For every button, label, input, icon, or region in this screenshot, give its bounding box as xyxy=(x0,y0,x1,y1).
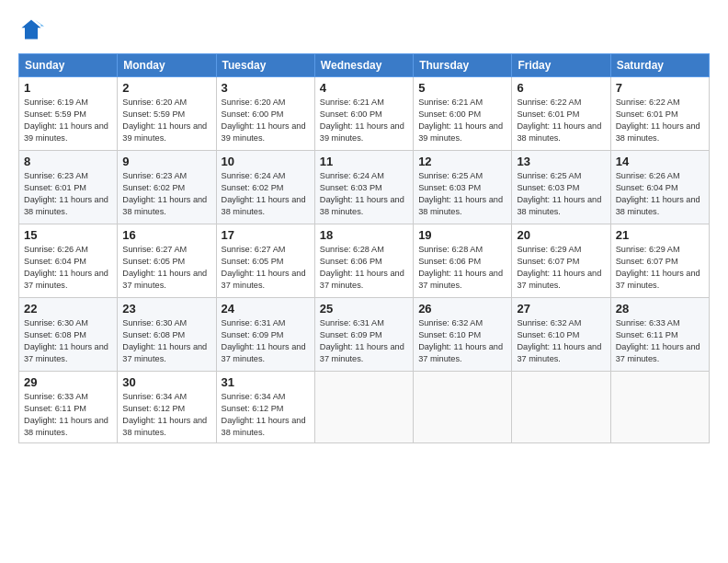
day-info: Sunrise: 6:32 AMSunset: 6:10 PMDaylight:… xyxy=(418,318,503,363)
day-number: 27 xyxy=(517,302,605,316)
day-number: 19 xyxy=(418,228,506,242)
day-number: 22 xyxy=(24,302,112,316)
calendar-header-sunday: Sunday xyxy=(19,54,118,77)
day-number: 9 xyxy=(122,155,210,168)
day-info: Sunrise: 6:31 AMSunset: 6:09 PMDaylight:… xyxy=(320,318,404,363)
day-info: Sunrise: 6:23 AMSunset: 6:02 PMDaylight:… xyxy=(122,171,207,216)
page: SundayMondayTuesdayWednesdayThursdayFrid… xyxy=(0,0,728,563)
calendar-cell: 26 Sunrise: 6:32 AMSunset: 6:10 PMDaylig… xyxy=(414,298,512,372)
day-info: Sunrise: 6:33 AMSunset: 6:11 PMDaylight:… xyxy=(24,392,108,437)
day-info: Sunrise: 6:30 AMSunset: 6:08 PMDaylight:… xyxy=(24,318,108,363)
day-info: Sunrise: 6:31 AMSunset: 6:09 PMDaylight:… xyxy=(222,318,306,363)
calendar-header-monday: Monday xyxy=(118,54,216,77)
day-info: Sunrise: 6:21 AMSunset: 6:00 PMDaylight:… xyxy=(320,98,404,143)
day-info: Sunrise: 6:26 AMSunset: 6:04 PMDaylight:… xyxy=(616,171,700,216)
calendar-header-row: SundayMondayTuesdayWednesdayThursdayFrid… xyxy=(19,54,710,77)
calendar-cell: 18 Sunrise: 6:28 AMSunset: 6:06 PMDaylig… xyxy=(314,224,413,298)
day-number: 14 xyxy=(616,155,704,168)
day-number: 28 xyxy=(616,302,704,316)
day-info: Sunrise: 6:23 AMSunset: 6:01 PMDaylight:… xyxy=(24,171,108,216)
day-number: 7 xyxy=(616,81,704,95)
day-info: Sunrise: 6:22 AMSunset: 6:01 PMDaylight:… xyxy=(517,98,601,143)
calendar-cell: 4 Sunrise: 6:21 AMSunset: 6:00 PMDayligh… xyxy=(314,77,413,151)
day-number: 26 xyxy=(418,302,506,316)
day-number: 29 xyxy=(24,375,112,389)
day-info: Sunrise: 6:34 AMSunset: 6:12 PMDaylight:… xyxy=(122,392,207,437)
day-info: Sunrise: 6:28 AMSunset: 6:06 PMDaylight:… xyxy=(320,245,404,290)
day-number: 6 xyxy=(517,81,605,95)
day-info: Sunrise: 6:28 AMSunset: 6:06 PMDaylight:… xyxy=(418,245,503,290)
calendar-cell: 14 Sunrise: 6:26 AMSunset: 6:04 PMDaylig… xyxy=(610,151,709,224)
calendar-cell: 28 Sunrise: 6:33 AMSunset: 6:11 PMDaylig… xyxy=(610,298,709,372)
day-number: 11 xyxy=(320,155,408,168)
calendar-header-saturday: Saturday xyxy=(610,54,709,77)
calendar-cell: 6 Sunrise: 6:22 AMSunset: 6:01 PMDayligh… xyxy=(512,77,610,151)
calendar-cell xyxy=(414,372,512,443)
day-number: 31 xyxy=(222,375,310,389)
svg-marker-0 xyxy=(22,20,41,40)
day-info: Sunrise: 6:29 AMSunset: 6:07 PMDaylight:… xyxy=(616,245,700,290)
day-number: 10 xyxy=(222,155,310,168)
day-number: 30 xyxy=(122,375,210,389)
day-info: Sunrise: 6:19 AMSunset: 5:59 PMDaylight:… xyxy=(24,98,108,143)
calendar-header-wednesday: Wednesday xyxy=(314,54,413,77)
logo xyxy=(18,17,48,42)
calendar-cell: 15 Sunrise: 6:26 AMSunset: 6:04 PMDaylig… xyxy=(19,224,118,298)
calendar-cell: 24 Sunrise: 6:31 AMSunset: 6:09 PMDaylig… xyxy=(216,298,314,372)
calendar-cell: 7 Sunrise: 6:22 AMSunset: 6:01 PMDayligh… xyxy=(610,77,709,151)
calendar-cell: 17 Sunrise: 6:27 AMSunset: 6:05 PMDaylig… xyxy=(216,224,314,298)
day-number: 23 xyxy=(122,302,210,316)
calendar-cell: 31 Sunrise: 6:34 AMSunset: 6:12 PMDaylig… xyxy=(216,372,314,443)
day-number: 21 xyxy=(616,228,704,242)
calendar-cell: 3 Sunrise: 6:20 AMSunset: 6:00 PMDayligh… xyxy=(216,77,314,151)
calendar-cell xyxy=(610,372,709,443)
day-info: Sunrise: 6:20 AMSunset: 5:59 PMDaylight:… xyxy=(122,98,207,143)
day-number: 12 xyxy=(418,155,506,168)
calendar-cell: 9 Sunrise: 6:23 AMSunset: 6:02 PMDayligh… xyxy=(118,151,216,224)
calendar-cell: 27 Sunrise: 6:32 AMSunset: 6:10 PMDaylig… xyxy=(512,298,610,372)
day-info: Sunrise: 6:29 AMSunset: 6:07 PMDaylight:… xyxy=(517,245,601,290)
calendar-cell: 25 Sunrise: 6:31 AMSunset: 6:09 PMDaylig… xyxy=(314,298,413,372)
day-number: 5 xyxy=(418,81,506,95)
calendar-cell: 11 Sunrise: 6:24 AMSunset: 6:03 PMDaylig… xyxy=(314,151,413,224)
calendar-cell: 19 Sunrise: 6:28 AMSunset: 6:06 PMDaylig… xyxy=(414,224,512,298)
day-info: Sunrise: 6:26 AMSunset: 6:04 PMDaylight:… xyxy=(24,245,108,290)
calendar-cell: 30 Sunrise: 6:34 AMSunset: 6:12 PMDaylig… xyxy=(118,372,216,443)
day-info: Sunrise: 6:27 AMSunset: 6:05 PMDaylight:… xyxy=(222,245,306,290)
day-info: Sunrise: 6:32 AMSunset: 6:10 PMDaylight:… xyxy=(517,318,601,363)
day-info: Sunrise: 6:20 AMSunset: 6:00 PMDaylight:… xyxy=(222,98,306,143)
day-info: Sunrise: 6:27 AMSunset: 6:05 PMDaylight:… xyxy=(122,245,207,290)
day-number: 16 xyxy=(122,228,210,242)
calendar-table: SundayMondayTuesdayWednesdayThursdayFrid… xyxy=(18,53,710,443)
day-info: Sunrise: 6:24 AMSunset: 6:03 PMDaylight:… xyxy=(320,171,404,216)
day-number: 13 xyxy=(517,155,605,168)
day-number: 24 xyxy=(222,302,310,316)
day-info: Sunrise: 6:33 AMSunset: 6:11 PMDaylight:… xyxy=(616,318,700,363)
calendar-cell: 5 Sunrise: 6:21 AMSunset: 6:00 PMDayligh… xyxy=(414,77,512,151)
calendar-cell: 16 Sunrise: 6:27 AMSunset: 6:05 PMDaylig… xyxy=(118,224,216,298)
day-number: 15 xyxy=(24,228,112,242)
day-info: Sunrise: 6:24 AMSunset: 6:02 PMDaylight:… xyxy=(222,171,306,216)
calendar-cell: 20 Sunrise: 6:29 AMSunset: 6:07 PMDaylig… xyxy=(512,224,610,298)
calendar-header-tuesday: Tuesday xyxy=(216,54,314,77)
day-info: Sunrise: 6:25 AMSunset: 6:03 PMDaylight:… xyxy=(418,171,503,216)
day-info: Sunrise: 6:22 AMSunset: 6:01 PMDaylight:… xyxy=(616,98,700,143)
day-number: 4 xyxy=(320,81,408,95)
calendar-header-thursday: Thursday xyxy=(414,54,512,77)
calendar-header-friday: Friday xyxy=(512,54,610,77)
day-info: Sunrise: 6:21 AMSunset: 6:00 PMDaylight:… xyxy=(418,98,503,143)
logo-icon xyxy=(18,17,44,42)
calendar-cell xyxy=(314,372,413,443)
day-number: 8 xyxy=(24,155,112,168)
day-number: 20 xyxy=(517,228,605,242)
day-number: 18 xyxy=(320,228,408,242)
calendar-cell: 23 Sunrise: 6:30 AMSunset: 6:08 PMDaylig… xyxy=(118,298,216,372)
day-info: Sunrise: 6:25 AMSunset: 6:03 PMDaylight:… xyxy=(517,171,601,216)
day-info: Sunrise: 6:30 AMSunset: 6:08 PMDaylight:… xyxy=(122,318,207,363)
header xyxy=(18,17,710,42)
day-number: 3 xyxy=(222,81,310,95)
calendar-cell: 22 Sunrise: 6:30 AMSunset: 6:08 PMDaylig… xyxy=(19,298,118,372)
calendar-cell: 2 Sunrise: 6:20 AMSunset: 5:59 PMDayligh… xyxy=(118,77,216,151)
calendar-cell: 29 Sunrise: 6:33 AMSunset: 6:11 PMDaylig… xyxy=(19,372,118,443)
day-info: Sunrise: 6:34 AMSunset: 6:12 PMDaylight:… xyxy=(222,392,306,437)
